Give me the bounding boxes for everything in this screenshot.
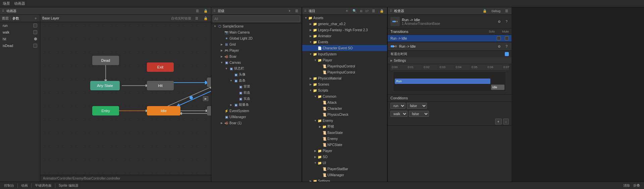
inspector-help-btn[interactable]: ? [504,19,509,24]
bottom-collapse-btn[interactable]: 折叠 [632,183,641,189]
hierarchy-item-bg[interactable]: ▶ ▣ 背景 [211,84,302,90]
condition-param-walk[interactable]: walk [390,111,408,117]
project-item-yezhu[interactable]: ▶ 📁 野猪 [302,124,387,130]
hierarchy-item-samplescene[interactable]: ▼ ⬡ SampleScene [211,23,302,29]
hierarchy-item-statusbar[interactable]: ▼ ▣ 状态栏 [211,65,302,72]
param-run-checkbox[interactable] [33,23,37,28]
hierarchy-item-healthbar[interactable]: ▼ ▣ 血条 [211,78,302,84]
condition-param-run[interactable]: run [390,103,406,109]
inspector-debug-btn[interactable]: Debug [490,9,502,13]
inspector-settings-btn[interactable]: ⚙ [496,19,502,24]
add-param-btn[interactable]: + [34,16,38,21]
project-menu-btn[interactable]: ☰ [371,8,376,13]
project-item-physicsmaterial[interactable]: ▶ 📁 PhysicsMaterial [302,75,387,81]
project-item-legacy[interactable]: ▶ 📁 Legacy-Fantasy - High Forest 2.3 [302,27,387,33]
project-item-attack[interactable]: ▶ 📜 Attack [302,99,387,105]
hierarchy-item-globallight[interactable]: ▶ ☀ Global Light 2D [211,35,302,41]
hierarchy-item-uimanager[interactable]: ▶ ▣ UIManager [211,114,302,120]
hierarchy-menu-btn[interactable]: ☰ [294,8,300,13]
hierarchy-item-realblood[interactable]: ▶ ▣ 实血 [211,96,302,102]
project-item-charactereventso[interactable]: ▶ 📄 Character Event SO [302,45,387,51]
transition-mute-check[interactable] [505,36,509,40]
menu-item-animator[interactable]: 动画器 [14,1,25,6]
hierarchy-item-eventsystem[interactable]: ▶ ⚡ EventSystem [211,108,302,114]
remove-condition-btn[interactable]: - [503,119,509,125]
bottom-tab-animation[interactable]: 动画 [20,183,29,189]
transition-settings-btn[interactable]: ⚙ [496,44,502,49]
param-run[interactable]: run [0,22,40,29]
params-tab[interactable]: 参数 [12,16,19,21]
project-item-basestate[interactable]: ▶ 📜 BaseState [302,130,387,136]
menu-item-scene[interactable]: 场景 [3,1,10,6]
inspector-menu-btn[interactable]: ☰ [504,8,509,13]
project-item-physicscheck[interactable]: ▶ 📜 PhysicsCheck [302,111,387,117]
project-item-npcstate[interactable]: ▶ 📜 NPCState [302,142,387,148]
project-item-inputsystem[interactable]: ▼ 📁 InputSystem [302,51,387,57]
hierarchy-item-player[interactable]: ▶ 🎮 Player [211,47,302,53]
hierarchy-search-input[interactable] [213,15,300,22]
bottom-tab-console[interactable]: 控制台 [3,183,15,189]
project-item-playerinputcontrol2[interactable]: ▶ 📜 PlayerInputControl [302,69,387,75]
project-item-assets[interactable]: ▼ 📁 Assets [302,15,387,21]
bottom-tab-tilepalette[interactable]: 平铺调色板 [34,183,53,189]
project-item-player-scripts[interactable]: ▶ 📁 Player [302,148,387,154]
add-condition-btn[interactable]: + [495,119,502,125]
settings-section-header[interactable]: ▶ Settings [388,57,512,64]
state-entry[interactable]: Entry [92,106,119,115]
state-run[interactable]: Run [207,78,211,87]
project-search-btn[interactable]: 🔍 [351,8,358,13]
project-add-btn[interactable]: + [344,8,349,13]
param-isdead[interactable]: isDead [0,42,40,49]
hierarchy-item-boar[interactable]: ▶ 🐗 Boar [211,53,302,59]
hierarchy-item-frontblood[interactable]: ▶ ▣ 前血 [211,90,302,96]
animator-lock-btn[interactable]: 🔒 [202,8,209,13]
state-hit[interactable]: Hit [147,81,174,90]
project-item-genericchar[interactable]: ▶ 📁 generic_char_v0.2 [302,21,387,27]
hierarchy-item-energy[interactable]: ▶ ▣ 能量条 [211,102,302,108]
project-item-scripts[interactable]: ▼ 📁 Scripts [302,87,387,93]
timeline-area[interactable]: Run Idle [393,72,506,92]
param-walk[interactable]: walk [0,29,40,36]
hierarchy-add-btn[interactable]: + [287,8,292,13]
bottom-clear-btn[interactable]: 清除 [622,183,631,189]
project-item-playerinputcontrol1[interactable]: ▶ 📜 PlayerInputControl [302,63,387,69]
condition-op-run[interactable]: false [407,103,427,109]
canvas-lock-btn[interactable]: 🔒 [202,16,209,21]
transition-solo-check[interactable] [497,36,501,40]
project-item-enemy[interactable]: ▼ 📁 Enemy [302,117,387,124]
state-anystate[interactable]: Any State [90,81,120,90]
has-exit-time-checkbox[interactable] [505,52,509,56]
condition-op-walk[interactable]: false [409,111,429,117]
bottom-tab-spriteeditor[interactable]: Sprite 编辑器 [57,183,80,189]
hierarchy-item-canvas[interactable]: ▼ ▣ Canvas [211,59,302,65]
project-item-scenes[interactable]: ▶ 📁 Scenes [302,81,387,87]
animator-menu-btn[interactable]: ☰ [195,8,200,13]
project-item-playerstatbar[interactable]: ▶ 📜 PlayerStatBar [302,166,387,172]
state-dead[interactable]: Dead [92,56,119,65]
layers-tab[interactable]: 图层 [2,16,9,21]
hierarchy-item-grid[interactable]: ▶ ⊞ Grid [211,41,302,47]
hierarchy-item-avatar[interactable]: ▶ ▣ 头像 [211,72,302,78]
canvas-menu-btn[interactable]: ☰ [194,16,200,21]
animator-canvas[interactable]: Dead Exit Any State Hit Run En [40,22,211,175]
state-exit[interactable]: Exit [147,62,174,72]
state-idle[interactable]: Idle [147,106,180,115]
transition-help-btn[interactable]: ? [504,44,509,49]
project-item-character[interactable]: ▶ 📜 Character [302,105,387,111]
state-walk[interactable]: Walk [207,106,211,115]
project-item-ui-scripts[interactable]: ▼ 📁 UI [302,160,387,166]
project-item-enemy-script[interactable]: ▶ 📜 Enemy [302,136,387,142]
param-walk-checkbox[interactable] [33,30,37,34]
transition-run-idle[interactable]: Run -> Idle [388,35,512,42]
param-hit[interactable]: hit [0,36,40,42]
project-item-settings[interactable]: ▶ 📁 Settings [302,178,387,182]
inspector-lock-btn[interactable]: 🔒 [481,8,488,13]
project-item-uimanager-script[interactable]: ▶ 📜 UIManager [302,172,387,178]
param-isdead-checkbox[interactable] [33,44,37,48]
project-item-player-input[interactable]: ▼ 📁 Player [302,57,387,63]
project-item-events[interactable]: ▼ 📁 Events [302,39,387,45]
hierarchy-item-maincamera[interactable]: ▶ 📷 Main Camera [211,29,302,35]
hierarchy-item-boar1[interactable]: ▶ 🐗 Boar (1) [211,120,302,126]
project-item-common[interactable]: ▼ 📁 Common [302,93,387,99]
project-item-so[interactable]: ▶ 📁 SO [302,154,387,160]
